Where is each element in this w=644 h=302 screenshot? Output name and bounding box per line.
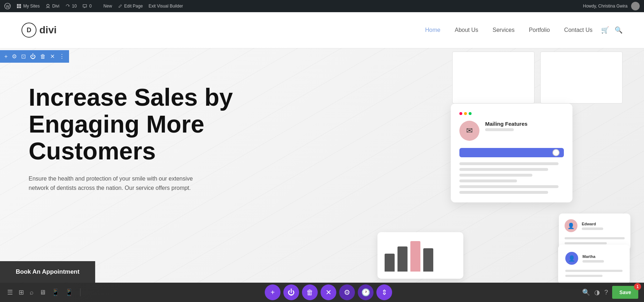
chart-bar-1 bbox=[385, 254, 395, 272]
user-edward-name: Edward bbox=[582, 222, 603, 226]
section-toolbar: + ⚙ ⊡ ⏻ 🗑 ✕ ⋮ bbox=[0, 50, 69, 63]
connection-line-1 bbox=[565, 237, 625, 239]
chart-bars bbox=[385, 239, 456, 272]
dot-green bbox=[469, 112, 472, 115]
hamburger-icon[interactable]: ☰ bbox=[7, 288, 13, 296]
edit-page-link[interactable]: Edit Page bbox=[118, 4, 143, 9]
user-martha-info: Martha bbox=[582, 254, 604, 263]
admin-avatar bbox=[631, 2, 640, 10]
tablet-icon[interactable]: 📱 bbox=[52, 288, 59, 296]
new-link[interactable]: New bbox=[97, 4, 112, 9]
layout-icon[interactable]: ⊡ bbox=[21, 53, 26, 60]
card-line-4 bbox=[459, 179, 517, 182]
top-box-1 bbox=[452, 52, 535, 104]
nav-icons: 🛒 🔍 bbox=[601, 26, 623, 34]
progress-knob bbox=[552, 149, 560, 156]
svg-rect-3 bbox=[19, 4, 21, 6]
chart-bar-3 bbox=[410, 241, 420, 272]
admin-user: Howdy, Christina Gwira bbox=[583, 2, 640, 10]
nav-portfolio[interactable]: Portfolio bbox=[529, 27, 550, 33]
card-info: Mailing Features bbox=[485, 121, 527, 133]
site-logo[interactable]: D divi bbox=[21, 23, 57, 38]
top-box-2 bbox=[540, 52, 623, 104]
martha-line-1 bbox=[565, 270, 623, 272]
search-builder-icon[interactable]: ⌕ bbox=[30, 289, 34, 296]
help-icon[interactable]: ? bbox=[604, 289, 608, 296]
grid-icon[interactable]: ⊞ bbox=[19, 288, 24, 296]
save-button[interactable]: Save 1 bbox=[612, 286, 638, 299]
hero-visual: ✉ Mailing Features bbox=[322, 48, 644, 302]
builder-left: ☰ ⊞ ⌕ 🖥 📱 📱 bbox=[0, 288, 80, 296]
cart-icon[interactable]: 🛒 bbox=[601, 26, 609, 34]
settings-module-button[interactable]: ⚙ bbox=[339, 284, 355, 300]
chart-card bbox=[377, 232, 463, 279]
search-nav-icon[interactable]: 🔍 bbox=[615, 26, 623, 34]
card-dots bbox=[459, 112, 564, 115]
card-subtitle-line bbox=[485, 128, 514, 131]
more-icon[interactable]: ⋮ bbox=[59, 53, 65, 60]
exit-builder-link[interactable]: Exit Visual Builder bbox=[148, 4, 183, 9]
svg-rect-5 bbox=[19, 6, 21, 8]
user-edward-icon: 👤 bbox=[567, 222, 575, 229]
card-line-5 bbox=[459, 185, 558, 188]
sort-button[interactable]: ⇕ bbox=[376, 284, 392, 300]
user-martha-icon: 👤 bbox=[568, 255, 575, 262]
power-icon[interactable]: ⏻ bbox=[30, 53, 36, 60]
add-section-icon[interactable]: + bbox=[4, 53, 8, 60]
desktop-icon[interactable]: 🖥 bbox=[39, 289, 46, 296]
site-title-link[interactable]: Divi bbox=[45, 4, 59, 9]
book-appointment-overlay: Book An Appointment bbox=[0, 261, 95, 283]
svg-rect-4 bbox=[17, 6, 19, 8]
card-line-6 bbox=[459, 191, 548, 194]
hero-description: Ensure the health and protection of your… bbox=[29, 174, 208, 192]
nav-about[interactable]: About Us bbox=[455, 27, 478, 33]
search-right-icon[interactable]: 🔍 bbox=[582, 288, 590, 296]
user-edward-info: Edward bbox=[582, 222, 603, 230]
close-module-button[interactable]: ✕ bbox=[321, 284, 336, 300]
updates-link[interactable]: 10 bbox=[65, 4, 77, 9]
builder-bar: ☰ ⊞ ⌕ 🖥 📱 📱 + ⏻ 🗑 ✕ ⚙ 🕐 ⇕ 🔍 ◑ ? Save 1 bbox=[0, 283, 644, 302]
user-martha-line bbox=[582, 260, 604, 263]
svg-text:W: W bbox=[6, 4, 10, 9]
navbar: D divi Home About Us Services Portfolio … bbox=[0, 12, 644, 48]
settings-icon[interactable]: ⚙ bbox=[12, 53, 17, 60]
phone-icon[interactable]: 📱 bbox=[65, 288, 73, 296]
chart-bar-2 bbox=[397, 246, 408, 272]
close-icon[interactable]: ✕ bbox=[50, 53, 55, 60]
connection-box: 👤 Edward bbox=[559, 214, 630, 250]
main-card: ✉ Mailing Features bbox=[451, 104, 572, 202]
add-module-button[interactable]: + bbox=[265, 284, 280, 300]
power-module-button[interactable]: ⏻ bbox=[283, 284, 299, 300]
card-lines bbox=[459, 162, 564, 194]
wp-logo[interactable]: W bbox=[4, 3, 11, 9]
user-card: 👤 Martha bbox=[558, 245, 630, 284]
top-boxes bbox=[452, 52, 623, 104]
martha-line-2 bbox=[565, 275, 602, 277]
trash-icon[interactable]: 🗑 bbox=[40, 53, 46, 60]
logo-circle: D bbox=[21, 23, 36, 38]
svg-rect-2 bbox=[17, 4, 19, 6]
card-line-2 bbox=[459, 168, 548, 171]
user-martha-item: 👤 Martha bbox=[565, 252, 623, 265]
nav-home[interactable]: Home bbox=[425, 27, 440, 33]
svg-point-6 bbox=[47, 4, 49, 7]
nav-contact[interactable]: Contact Us bbox=[564, 27, 592, 33]
dot-red bbox=[459, 112, 462, 115]
my-sites-link[interactable]: My Sites bbox=[16, 4, 40, 9]
comments-link[interactable]: 0 bbox=[82, 4, 92, 9]
hero-section: Increase Sales by Engaging More Customer… bbox=[0, 48, 644, 302]
trash-module-button[interactable]: 🗑 bbox=[302, 284, 318, 300]
admin-bar: W My Sites Divi 10 0 New Edit Page Exit … bbox=[0, 0, 644, 12]
user-martha-avatar: 👤 bbox=[565, 252, 578, 265]
nav-links: Home About Us Services Portfolio Contact… bbox=[425, 27, 592, 33]
card-title: Mailing Features bbox=[485, 121, 527, 127]
book-appointment-button[interactable]: Book An Appointment bbox=[0, 261, 95, 283]
card-header: ✉ Mailing Features bbox=[459, 121, 564, 141]
card-line-1 bbox=[459, 162, 558, 165]
card-avatar: ✉ bbox=[459, 121, 479, 141]
history-button[interactable]: 🕐 bbox=[358, 284, 374, 300]
layers-icon[interactable]: ◑ bbox=[594, 288, 600, 296]
save-badge: 1 bbox=[634, 283, 641, 290]
dot-yellow bbox=[464, 112, 467, 115]
nav-services[interactable]: Services bbox=[493, 27, 514, 33]
